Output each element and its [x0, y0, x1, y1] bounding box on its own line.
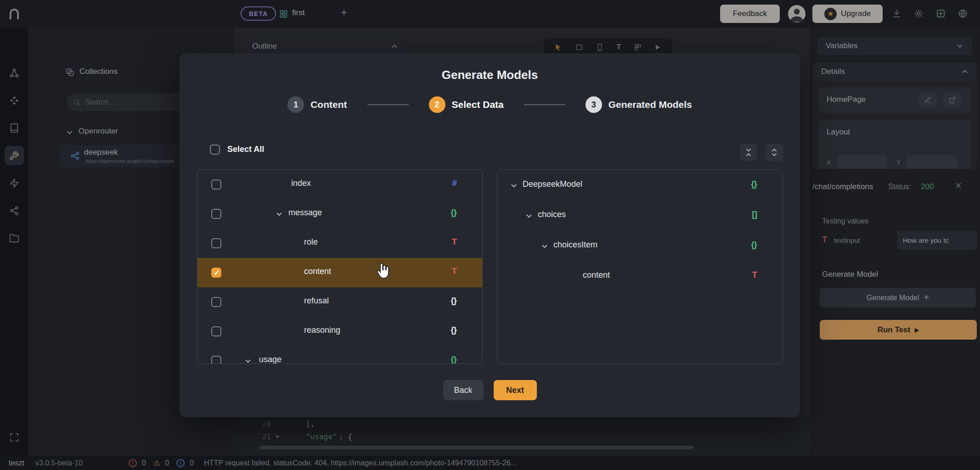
tree-row-role[interactable]: role T	[197, 229, 482, 258]
generate-models-modal: Generate Models 1 Content 2 Select Data …	[180, 53, 800, 417]
model-row-label: choices	[538, 210, 566, 219]
model-row-label: content	[583, 270, 610, 280]
next-button[interactable]: Next	[494, 380, 537, 400]
select-all-label: Select All	[227, 145, 264, 154]
mouse-cursor	[376, 262, 391, 280]
modal-title: Generate Models	[180, 68, 800, 82]
checkbox[interactable]	[211, 179, 221, 190]
tree-row-reasoning[interactable]: reasoning {}	[197, 317, 482, 346]
select-all-checkbox[interactable]	[210, 145, 220, 155]
model-row-label: choicesItem	[553, 240, 597, 250]
checkbox[interactable]	[211, 238, 221, 248]
type-text-icon: T	[451, 237, 456, 247]
chevron-down-icon[interactable]	[244, 358, 252, 364]
app-screen: BETA first + Feedback ★ Upgrade	[0, 0, 980, 470]
tree-row-refusal[interactable]: refusal {}	[197, 287, 482, 317]
tree-row-label: role	[304, 237, 318, 247]
source-tree-panel: index # message {} role T content T	[197, 169, 483, 364]
tree-row-label: message	[288, 208, 322, 218]
model-row-choicesitem[interactable]: choicesItem {}	[497, 231, 783, 261]
step-number: 2	[429, 96, 445, 113]
type-unknown-icon: {}	[451, 296, 456, 306]
type-object-icon: {}	[751, 240, 757, 250]
step-label: Content	[310, 99, 347, 110]
checkbox[interactable]	[211, 297, 221, 307]
chevron-down-icon[interactable]	[525, 213, 533, 220]
tree-row-label: refusal	[304, 296, 329, 306]
step-generated-models: 3 Generated Models	[586, 96, 692, 113]
tree-row-index[interactable]: index #	[197, 170, 482, 199]
step-divider	[367, 104, 409, 105]
model-row-content[interactable]: content T	[497, 262, 783, 291]
type-array-icon: []	[752, 209, 757, 219]
expand-all-button[interactable]	[766, 144, 783, 161]
modal-footer: Back Next	[180, 380, 800, 400]
model-row-label: DeepseekModel	[523, 179, 582, 189]
tree-row-usage[interactable]: usage {}	[197, 346, 482, 364]
tree-row-label: index	[291, 179, 311, 188]
tree-row-label: reasoning	[304, 325, 340, 335]
chevron-down-icon[interactable]	[276, 211, 283, 218]
step-label: Select Data	[452, 99, 504, 110]
type-object-icon: {}	[751, 179, 757, 189]
checkbox[interactable]	[211, 326, 221, 336]
type-unknown-icon: {}	[451, 325, 456, 335]
tree-row-label: content	[304, 267, 331, 276]
chevron-down-icon[interactable]	[510, 182, 518, 190]
checkbox-checked[interactable]	[211, 268, 221, 278]
step-content: 1 Content	[287, 96, 347, 113]
step-select-data-active: 2 Select Data	[429, 96, 504, 113]
type-number-icon: #	[452, 178, 456, 188]
chevron-down-icon[interactable]	[541, 243, 548, 250]
model-row-choices[interactable]: choices []	[497, 201, 783, 230]
model-row-deepseekmodel[interactable]: DeepseekModel {}	[497, 171, 783, 200]
type-text-icon: T	[451, 266, 456, 276]
step-label: Generated Models	[608, 99, 692, 110]
back-button[interactable]: Back	[443, 380, 484, 400]
collapse-all-button[interactable]	[740, 144, 757, 161]
model-tree-panel: DeepseekModel {} choices [] choicesItem …	[497, 169, 783, 364]
type-text-icon: T	[752, 270, 757, 280]
step-number: 3	[586, 96, 602, 113]
tree-row-message[interactable]: message {}	[197, 199, 482, 229]
step-number: 1	[287, 96, 304, 113]
tree-row-label: usage	[259, 355, 282, 364]
step-divider	[524, 104, 565, 105]
stepper: 1 Content 2 Select Data 3 Generated Mode…	[180, 96, 800, 113]
type-object-icon: {}	[451, 207, 456, 218]
checkbox[interactable]	[211, 209, 221, 219]
type-object-icon: {}	[451, 354, 456, 364]
tree-row-content-selected[interactable]: content T	[197, 258, 482, 287]
checkbox[interactable]	[211, 356, 221, 364]
